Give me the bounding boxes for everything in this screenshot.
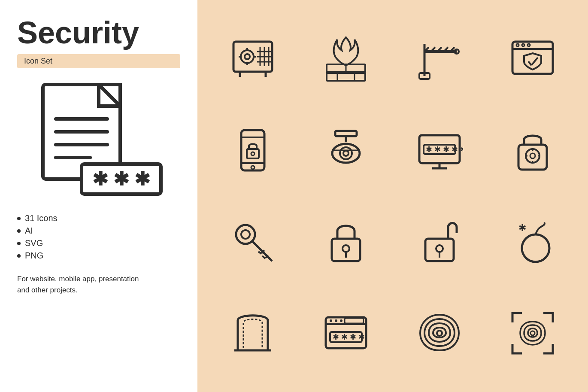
svg-point-94: [437, 331, 442, 336]
svg-point-78: [342, 245, 349, 252]
feature-item: AI: [17, 226, 180, 236]
svg-text:✱ ✱ ✱ ✱: ✱ ✱ ✱ ✱: [333, 333, 365, 341]
padlock-closed-icon: [300, 196, 393, 288]
svg-rect-24: [327, 73, 365, 81]
page-title: Security: [17, 17, 180, 48]
svg-rect-80: [425, 239, 454, 261]
svg-point-88: [330, 319, 332, 322]
icon-set-badge: Icon Set: [17, 54, 180, 68]
svg-point-90: [340, 319, 342, 322]
svg-point-89: [335, 319, 337, 322]
preview-illustration: ✱ ✱ ✱: [30, 80, 167, 201]
svg-text:✱ ✱ ✱: ✱ ✱ ✱: [92, 168, 150, 189]
combination-lock-icon: [486, 104, 580, 196]
svg-point-70: [236, 225, 255, 244]
firewall-icon: [300, 13, 393, 104]
feature-item: 31 Icons: [17, 213, 180, 223]
svg-point-71: [241, 230, 250, 239]
left-panel: Security Icon Set ✱ ✱ ✱ 31 Icons AI SVG …: [0, 0, 197, 392]
phone-lock-icon: [206, 104, 300, 196]
svg-point-49: [251, 166, 255, 169]
fingerprint-scan-icon: [486, 288, 580, 379]
svg-point-81: [436, 245, 443, 252]
svg-point-83: [522, 234, 549, 262]
svg-point-65: [530, 153, 535, 158]
fingerprint-icon: [393, 288, 486, 379]
cctv-icon: [300, 104, 393, 196]
svg-text:✱: ✱: [518, 222, 526, 233]
svg-point-51: [251, 152, 255, 155]
bomb-icon: ✱: [486, 196, 580, 288]
barrier-icon: [393, 13, 486, 104]
svg-point-95: [530, 331, 535, 335]
svg-point-9: [241, 50, 254, 63]
svg-point-10: [245, 54, 250, 59]
padlock-open-icon: [393, 196, 486, 288]
feature-item: SVG: [17, 238, 180, 248]
svg-rect-50: [247, 149, 259, 158]
features-list: 31 Icons AI SVG PNG: [17, 213, 180, 263]
svg-line-45: [531, 58, 538, 65]
svg-rect-77: [332, 239, 360, 261]
password-screen-icon: ✱ ✱ ✱ ✱ ✱: [393, 104, 486, 196]
key-icon: [206, 196, 300, 288]
svg-point-43: [527, 44, 530, 46]
svg-line-74: [258, 252, 261, 254]
svg-rect-46: [241, 130, 264, 170]
svg-rect-52: [335, 131, 357, 136]
browser-password-icon: ✱ ✱ ✱ ✱: [300, 288, 393, 379]
feature-item: PNG: [17, 251, 180, 261]
svg-point-41: [516, 44, 519, 46]
description-text: For website, mobile app, presentationand…: [17, 273, 180, 295]
svg-rect-91: [345, 318, 364, 323]
svg-point-64: [526, 149, 540, 163]
icon-grid: ✱ ✱ ✱ ✱ ✱: [197, 0, 588, 392]
safe-icon: [206, 13, 300, 104]
svg-point-42: [522, 44, 524, 46]
svg-point-56: [343, 151, 349, 156]
svg-point-55: [340, 147, 352, 159]
svg-line-76: [262, 256, 265, 258]
metal-detector-icon: [206, 288, 300, 379]
svg-text:✱ ✱ ✱ ✱ ✱: ✱ ✱ ✱ ✱ ✱: [426, 145, 463, 154]
secure-browser-icon: [486, 13, 580, 104]
